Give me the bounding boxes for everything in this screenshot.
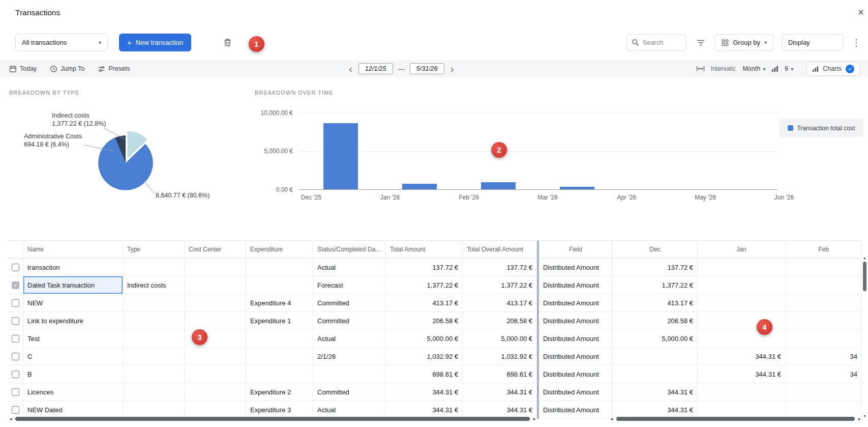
- table-cell-status[interactable]: 2/1/26: [313, 348, 386, 365]
- table-row[interactable]: ✓Dated Task transactionIndirect costsFor…: [8, 276, 862, 294]
- table-cell-type[interactable]: [123, 383, 185, 401]
- table-cell-dec[interactable]: 5,000.00 €: [613, 330, 698, 348]
- table-cell-total_overall_amount[interactable]: 1,377.22 €: [463, 276, 537, 294]
- table-cell-jan[interactable]: [698, 383, 786, 401]
- row-checkbox[interactable]: [12, 388, 19, 396]
- scroll-right-arrow-icon[interactable]: ▸: [532, 416, 537, 421]
- left-pane-horizontal-scrollbar[interactable]: ◂ ▸: [8, 416, 537, 421]
- presets-button[interactable]: Presets: [98, 65, 130, 73]
- table-cell-field[interactable]: Distributed Amount: [539, 294, 613, 312]
- table-cell-dec[interactable]: 344.31 €: [613, 383, 698, 401]
- table-row[interactable]: TestActual5,000.00 €5,000.00 €Distribute…: [8, 330, 862, 348]
- bar[interactable]: [481, 182, 516, 189]
- table-cell-field[interactable]: Distributed Amount: [539, 330, 613, 348]
- table-cell-total_overall_amount[interactable]: 413.17 €: [463, 294, 537, 312]
- table-cell-dec[interactable]: [613, 365, 698, 383]
- table-cell-name[interactable]: Test: [23, 330, 123, 348]
- today-button[interactable]: Today: [9, 65, 37, 73]
- table-cell-name[interactable]: C: [23, 348, 123, 365]
- table-cell-feb[interactable]: [786, 294, 862, 312]
- table-cell-expenditure[interactable]: [246, 365, 313, 383]
- filter-button[interactable]: [695, 37, 707, 49]
- table-cell-total_amount[interactable]: 698.61 €: [386, 365, 463, 383]
- display-button[interactable]: Display: [782, 34, 844, 51]
- new-transaction-button[interactable]: + New transaction: [119, 34, 191, 51]
- scrollbar-thumb[interactable]: [15, 417, 530, 421]
- search-input[interactable]: [642, 39, 679, 46]
- table-cell-expenditure[interactable]: [246, 330, 313, 348]
- table-cell-total_amount[interactable]: 344.31 €: [386, 383, 463, 401]
- bar[interactable]: [402, 184, 437, 189]
- table-row[interactable]: C2/1/261,032.92 €1,032.92 €Distributed A…: [8, 348, 862, 365]
- table-cell-type[interactable]: [123, 312, 185, 330]
- table-cell-total_amount[interactable]: 413.17 €: [386, 294, 463, 312]
- table-cell-name[interactable]: Licences: [23, 383, 123, 401]
- table-cell-dec[interactable]: [613, 348, 698, 365]
- column-header-name[interactable]: Name: [23, 241, 123, 259]
- table-cell-dec[interactable]: 413.17 €: [613, 294, 698, 312]
- table-cell-expenditure[interactable]: [246, 259, 313, 276]
- table-cell-jan[interactable]: [698, 330, 786, 348]
- row-checkbox[interactable]: [12, 317, 19, 325]
- table-cell-jan[interactable]: [698, 312, 786, 330]
- table-cell-expenditure[interactable]: Expenditure 2: [246, 383, 313, 401]
- table-row[interactable]: LicencesExpenditure 2Committed344.31 €34…: [8, 383, 862, 401]
- delete-button[interactable]: [221, 36, 235, 50]
- row-checkbox[interactable]: [12, 353, 19, 360]
- table-cell-feb[interactable]: [786, 259, 862, 276]
- search-box[interactable]: [626, 34, 686, 51]
- table-cell-cost_center[interactable]: [185, 383, 246, 401]
- scroll-down-arrow-icon[interactable]: ▾: [862, 414, 867, 418]
- range-start-input[interactable]: [358, 63, 393, 74]
- column-header-expenditure[interactable]: Expenditure: [246, 241, 313, 259]
- table-cell-total_overall_amount[interactable]: 1,032.92 €: [463, 348, 537, 365]
- scroll-up-arrow-icon[interactable]: ▴: [862, 255, 867, 260]
- table-cell-total_amount[interactable]: 1,377.22 €: [386, 276, 463, 294]
- interval-count-dropdown[interactable]: 6 ▾: [785, 65, 793, 72]
- table-cell-status[interactable]: Forecast: [313, 276, 386, 294]
- table-cell-jan[interactable]: 344.31 €: [698, 348, 786, 365]
- table-cell-field[interactable]: Distributed Amount: [539, 365, 613, 383]
- prev-period-chevron-icon[interactable]: ‹: [348, 64, 353, 74]
- table-cell-jan[interactable]: [698, 294, 786, 312]
- bar[interactable]: [323, 123, 358, 189]
- row-checkbox[interactable]: [12, 299, 19, 307]
- table-cell-field[interactable]: Distributed Amount: [539, 312, 613, 330]
- column-header-total-overall[interactable]: Total Overall Amount: [463, 241, 537, 259]
- scroll-left-arrow-icon[interactable]: ◂: [8, 416, 13, 421]
- table-cell-dec[interactable]: 137.72 €: [613, 259, 698, 276]
- table-cell-total_overall_amount[interactable]: 137.72 €: [463, 259, 537, 276]
- table-cell-status[interactable]: Actual: [313, 330, 386, 348]
- table-cell-feb[interactable]: [786, 383, 862, 401]
- interval-dropdown[interactable]: Month ▾: [742, 65, 765, 72]
- jump-to-button[interactable]: Jump To: [50, 65, 84, 73]
- table-cell-total_amount[interactable]: 5,000.00 €: [386, 330, 463, 348]
- table-cell-feb[interactable]: [786, 312, 862, 330]
- column-header-jan[interactable]: Jan: [698, 241, 786, 259]
- table-cell-total_overall_amount[interactable]: 5,000.00 €: [463, 330, 537, 348]
- column-header-cost-center[interactable]: Cost Center: [185, 241, 246, 259]
- table-cell-name[interactable]: transaction: [23, 259, 123, 276]
- table-cell-expenditure[interactable]: [246, 348, 313, 365]
- row-checkbox[interactable]: [12, 371, 19, 378]
- table-cell-expenditure[interactable]: Expenditure 4: [246, 294, 313, 312]
- table-cell-cost_center[interactable]: [185, 259, 246, 276]
- column-header-feb[interactable]: Feb: [786, 241, 862, 259]
- column-header-total-amount[interactable]: Total Amount: [386, 241, 463, 259]
- table-cell-cost_center[interactable]: [185, 276, 246, 294]
- table-cell-jan[interactable]: [698, 276, 786, 294]
- bar[interactable]: [560, 187, 594, 189]
- next-period-chevron-icon[interactable]: ›: [450, 64, 455, 74]
- scroll-left-arrow-icon[interactable]: ◂: [609, 416, 614, 421]
- table-cell-feb[interactable]: [786, 330, 862, 348]
- table-cell-total_amount[interactable]: 1,032.92 €: [386, 348, 463, 365]
- table-cell-name[interactable]: Dated Task transaction: [23, 276, 123, 294]
- table-cell-feb[interactable]: [786, 276, 862, 294]
- table-cell-name[interactable]: Link to expenditure: [23, 312, 123, 330]
- right-pane-horizontal-scrollbar[interactable]: ◂ ▸: [609, 416, 862, 421]
- column-header-type[interactable]: Type: [123, 241, 185, 259]
- scrollbar-thumb[interactable]: [863, 262, 866, 291]
- table-cell-dec[interactable]: 1,377.22 €: [613, 276, 698, 294]
- charts-toggle[interactable]: Charts ✓: [806, 62, 860, 76]
- row-checkbox[interactable]: [12, 335, 19, 343]
